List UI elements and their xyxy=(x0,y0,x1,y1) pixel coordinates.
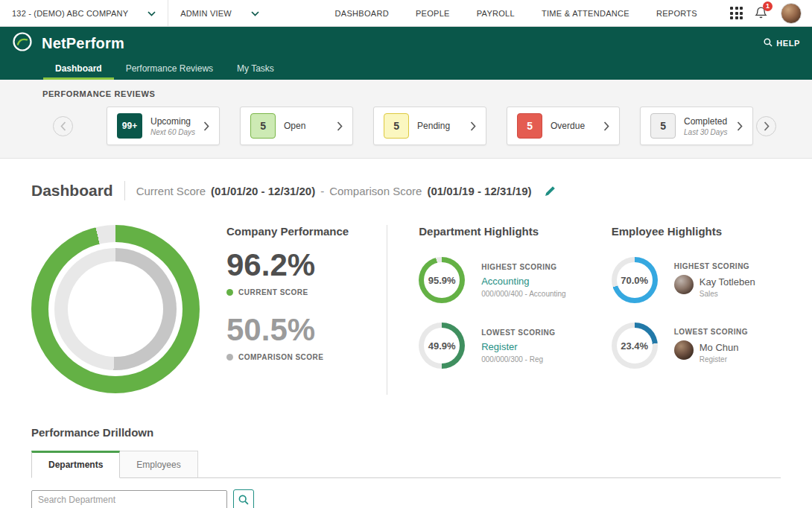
employee-avatar xyxy=(674,340,694,360)
comparison-score-value: 50.5% xyxy=(226,314,354,346)
open-count-badge: 5 xyxy=(250,113,276,139)
current-score-label: Current Score xyxy=(136,185,206,197)
employee-department: Sales xyxy=(700,290,755,298)
chevron-right-icon xyxy=(737,121,743,131)
search-department-input[interactable] xyxy=(31,490,227,508)
review-card-open[interactable]: 5 Open xyxy=(240,107,353,145)
review-card-upcoming[interactable]: 99+ Upcoming Next 60 Days xyxy=(107,107,220,145)
department-highlights-section: Department Highlights 95.9% HIGHEST SCOR… xyxy=(419,225,582,369)
donut-center xyxy=(68,261,163,357)
lowest-department-row: 49.9% LOWEST SCORING Register 000/000/30… xyxy=(419,323,582,369)
employee-department: Register xyxy=(700,355,739,363)
section-title: Company Performance xyxy=(226,225,354,238)
notifications-button[interactable]: 1 xyxy=(755,6,767,21)
lowest-scoring-label: LOWEST SCORING xyxy=(481,328,555,337)
nav-item-payroll[interactable]: PAYROLL xyxy=(477,9,515,18)
carousel-prev-button[interactable] xyxy=(53,116,73,136)
department-lowest-donut: 49.9% xyxy=(419,323,465,369)
donut-score: 49.9% xyxy=(428,340,456,352)
drilldown-tabs: Departments Employees xyxy=(31,451,781,478)
performance-drilldown-section: Performance Drilldown Departments Employ… xyxy=(31,426,781,508)
tab-departments[interactable]: Departments xyxy=(31,451,120,478)
tab-employees[interactable]: Employees xyxy=(120,451,197,478)
department-link[interactable]: Register xyxy=(481,341,555,352)
divider xyxy=(387,225,387,395)
search-icon xyxy=(764,38,773,48)
view-selector-label: ADMIN VIEW xyxy=(180,9,232,18)
review-card-pending[interactable]: 5 Pending xyxy=(373,107,486,145)
section-title: Employee Highlights xyxy=(612,225,781,238)
employee-name[interactable]: Kay Totleben xyxy=(700,276,755,288)
current-score-period: (01/01/20 - 12/31/20) xyxy=(211,185,315,197)
card-sublabel: Next 60 Days xyxy=(150,128,195,136)
chevron-right-icon xyxy=(203,121,209,131)
bell-icon xyxy=(755,12,767,21)
department-link[interactable]: Accounting xyxy=(481,276,565,287)
legend-label: COMPARISON SCORE xyxy=(238,353,324,361)
company-selector-label: 132 - (DEMO) ABC COMPANY xyxy=(12,9,128,18)
donut-score: 70.0% xyxy=(621,275,648,286)
card-label: Open xyxy=(284,121,329,131)
section-title: Department Highlights xyxy=(419,225,582,238)
green-dot-icon xyxy=(226,289,233,296)
review-card-completed[interactable]: 5 Completed Last 30 Days xyxy=(640,107,753,145)
lowest-scoring-label: LOWEST SCORING xyxy=(674,328,748,336)
edit-periods-button[interactable] xyxy=(545,185,556,197)
upcoming-count-badge: 99+ xyxy=(117,113,142,139)
help-button[interactable]: HELP xyxy=(764,38,800,48)
help-label: HELP xyxy=(776,39,800,48)
user-avatar[interactable] xyxy=(781,3,802,24)
divider xyxy=(124,181,125,200)
review-card-overdue[interactable]: 5 Overdue xyxy=(507,107,620,145)
page-title: Dashboard xyxy=(31,182,113,200)
score-period-line: Current Score (01/01/20 - 12/31/20) - Co… xyxy=(136,185,532,197)
highest-scoring-label: HIGHEST SCORING xyxy=(674,262,755,270)
company-performance-donut xyxy=(31,225,200,393)
review-cards: 99+ Upcoming Next 60 Days 5 Open xyxy=(107,107,756,145)
main-content: Dashboard Current Score (01/01/20 - 12/3… xyxy=(0,159,812,508)
gray-dot-icon xyxy=(226,354,233,361)
tab-my-tasks[interactable]: My Tasks xyxy=(225,60,286,80)
view-selector[interactable]: ADMIN VIEW xyxy=(168,0,271,26)
card-label: Pending xyxy=(417,121,462,131)
nav-item-dashboard[interactable]: DASHBOARD xyxy=(335,9,389,18)
carousel-next-button[interactable] xyxy=(756,116,776,136)
netperform-logo-icon xyxy=(12,31,33,55)
top-nav: DASHBOARD PEOPLE PAYROLL TIME & ATTENDAN… xyxy=(335,9,697,18)
company-performance-section: Company Performance 96.2% CURRENT SCORE … xyxy=(226,225,354,361)
top-bar: 132 - (DEMO) ABC COMPANY ADMIN VIEW DASH… xyxy=(0,0,812,27)
search-button[interactable] xyxy=(233,489,254,508)
strip-title: PERFORMANCE REVIEWS xyxy=(42,89,812,98)
nav-item-people[interactable]: PEOPLE xyxy=(416,9,450,18)
nav-item-reports[interactable]: REPORTS xyxy=(656,9,697,18)
tab-performance-reviews[interactable]: Performance Reviews xyxy=(114,60,225,80)
employee-name[interactable]: Mo Chun xyxy=(700,342,739,353)
card-label: Completed xyxy=(684,116,729,127)
pending-count-badge: 5 xyxy=(384,113,409,139)
chevron-down-icon xyxy=(251,9,259,18)
apps-grid-icon[interactable] xyxy=(730,7,743,19)
comparison-score-period: (01/01/19 - 12/31/19) xyxy=(427,185,531,197)
comparison-score-label: Comparison Score xyxy=(329,185,422,197)
lowest-employee-row: 23.4% LOWEST SCORING Mo Chun Register xyxy=(612,323,781,369)
highest-employee-row: 70.0% HIGHEST SCORING Kay Totleben Sales xyxy=(612,257,781,303)
notification-badge: 1 xyxy=(763,1,773,11)
company-selector[interactable]: 132 - (DEMO) ABC COMPANY xyxy=(0,0,168,26)
employee-avatar xyxy=(674,275,694,294)
current-score-value: 96.2% xyxy=(226,250,354,281)
legend-label: CURRENT SCORE xyxy=(238,288,308,296)
section-title: Performance Drilldown xyxy=(31,426,781,439)
tab-dashboard[interactable]: Dashboard xyxy=(43,60,114,80)
nav-item-time-attendance[interactable]: TIME & ATTENDANCE xyxy=(542,9,629,18)
department-highest-donut: 95.9% xyxy=(419,257,465,303)
employee-lowest-donut: 23.4% xyxy=(612,323,658,369)
card-sublabel: Last 30 Days xyxy=(684,128,729,136)
app-header: NetPerform HELP Dashboard Performance Re… xyxy=(0,27,812,80)
chevron-right-icon xyxy=(603,121,609,131)
completed-count-badge: 5 xyxy=(650,113,676,139)
card-label: Overdue xyxy=(551,121,595,131)
employee-highlights-section: Employee Highlights 70.0% HIGHEST SCORIN… xyxy=(612,225,781,369)
chevron-right-icon xyxy=(470,121,476,131)
employee-highest-donut: 70.0% xyxy=(612,257,658,303)
comparison-score-legend: COMPARISON SCORE xyxy=(226,353,354,361)
